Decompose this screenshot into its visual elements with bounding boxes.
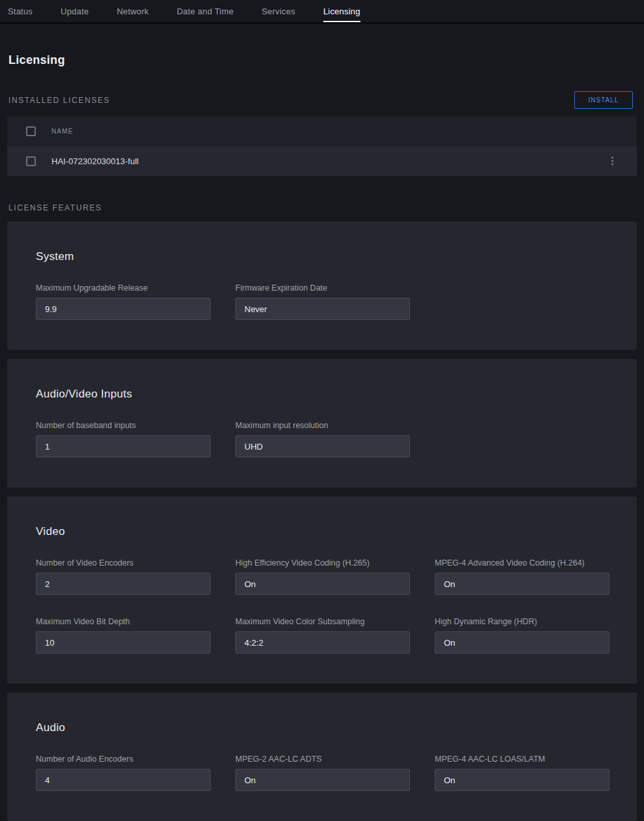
field-mpeg2-aac-lc-adts: MPEG-2 AAC-LC ADTS On — [235, 755, 410, 791]
tab-date-and-time[interactable]: Date and Time — [177, 0, 233, 22]
field-value: On — [235, 769, 410, 791]
field-value: 1 — [36, 435, 211, 457]
card-title: Audio/Video Inputs — [36, 388, 608, 401]
field-maximum-video-color-subsampling: Maximum Video Color Subsampling 4:2:2 — [235, 617, 410, 654]
table-header-row: NAME — [7, 117, 637, 145]
field-label: Maximum Upgradable Release — [36, 283, 211, 293]
installed-licenses-label: INSTALLED LICENSES — [8, 96, 110, 105]
field-value: 9.9 — [36, 298, 211, 320]
field-hevc-h265: High Efficiency Video Coding (H.265) On — [235, 558, 410, 595]
card-audio: Audio Number of Audio Encoders 4 MPEG-2 … — [7, 693, 637, 821]
field-value: 10 — [36, 631, 211, 654]
field-maximum-upgradable-release: Maximum Upgradable Release 9.9 — [36, 283, 211, 320]
field-label: Number of Audio Encoders — [36, 755, 211, 764]
card-system: System Maximum Upgradable Release 9.9 Fi… — [7, 222, 637, 350]
field-value: 4 — [36, 769, 211, 791]
kebab-menu-icon[interactable] — [609, 154, 616, 168]
tab-update[interactable]: Update — [61, 0, 89, 22]
card-title: Audio — [36, 721, 608, 734]
license-name: HAI-072302030013-full — [51, 156, 139, 166]
field-label: MPEG-4 Advanced Video Coding (H.264) — [435, 558, 609, 568]
top-tabbar: Status Update Network Date and Time Serv… — [0, 0, 644, 24]
field-label: Maximum input resolution — [235, 421, 410, 430]
card-audio-video-inputs: Audio/Video Inputs Number of baseband in… — [7, 359, 637, 487]
page-title: Licensing — [8, 53, 637, 67]
field-value: On — [435, 631, 609, 654]
install-button[interactable]: INSTALL — [574, 91, 633, 109]
field-value: UHD — [235, 435, 410, 457]
name-column-header: NAME — [51, 128, 73, 135]
field-mpeg4-aac-lc-loas-latm: MPEG-4 AAC-LC LOAS/LATM On — [435, 755, 609, 791]
row-checkbox[interactable] — [26, 156, 36, 166]
card-video: Video Number of Video Encoders 2 High Ef… — [7, 497, 637, 684]
field-value: On — [435, 573, 609, 595]
field-label: Number of baseband inputs — [36, 421, 211, 430]
table-row[interactable]: HAI-072302030013-full — [7, 145, 637, 176]
field-label: Maximum Video Color Subsampling — [235, 617, 410, 626]
field-maximum-input-resolution: Maximum input resolution UHD — [235, 421, 410, 457]
tab-status[interactable]: Status — [8, 0, 33, 22]
field-label: Number of Video Encoders — [36, 558, 211, 568]
field-value: 2 — [36, 573, 211, 595]
field-value: On — [435, 769, 609, 791]
card-title: Video — [36, 525, 608, 538]
field-value: 4:2:2 — [235, 631, 410, 654]
tab-services[interactable]: Services — [261, 0, 295, 22]
field-mpeg4-avc-h264: MPEG-4 Advanced Video Coding (H.264) On — [435, 558, 609, 595]
license-features-label: LICENSE FEATURES — [8, 203, 637, 212]
tab-network[interactable]: Network — [117, 0, 149, 22]
field-label: Maximum Video Bit Depth — [36, 617, 211, 626]
page-content: Licensing INSTALLED LICENSES INSTALL NAM… — [0, 53, 644, 821]
installed-licenses-header: INSTALLED LICENSES INSTALL — [7, 91, 637, 109]
field-label: MPEG-2 AAC-LC ADTS — [235, 755, 410, 764]
field-number-of-baseband-inputs: Number of baseband inputs 1 — [36, 421, 211, 457]
field-value: Never — [235, 298, 410, 320]
field-label: High Efficiency Video Coding (H.265) — [235, 558, 410, 568]
field-label: Firmware Expiration Date — [235, 283, 410, 293]
tab-licensing[interactable]: Licensing — [323, 0, 360, 22]
field-label: High Dynamic Range (HDR) — [435, 617, 609, 626]
field-maximum-video-bit-depth: Maximum Video Bit Depth 10 — [36, 617, 211, 654]
field-label: MPEG-4 AAC-LC LOAS/LATM — [435, 755, 609, 764]
field-value: On — [235, 573, 410, 595]
licenses-table: NAME HAI-072302030013-full — [7, 117, 637, 176]
field-high-dynamic-range-hdr: High Dynamic Range (HDR) On — [435, 617, 609, 654]
field-number-of-audio-encoders: Number of Audio Encoders 4 — [36, 755, 211, 791]
field-firmware-expiration-date: Firmware Expiration Date Never — [235, 283, 410, 320]
field-number-of-video-encoders: Number of Video Encoders 2 — [36, 558, 211, 595]
select-all-checkbox[interactable] — [26, 126, 36, 136]
card-title: System — [36, 250, 608, 263]
